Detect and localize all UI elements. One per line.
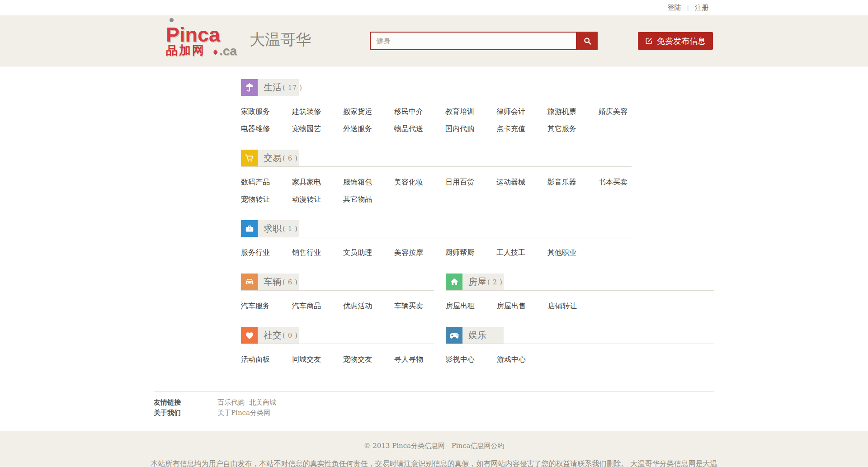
- category-link[interactable]: 活动面板: [241, 351, 292, 368]
- section-title-vehicles[interactable]: 车辆 ( 6 ): [258, 274, 298, 290]
- section-title-social[interactable]: 社交 ( 0 ): [258, 327, 298, 344]
- category-link[interactable]: 宠物交友: [343, 351, 394, 368]
- section-title-jobs[interactable]: 求职 ( 1 ): [258, 220, 298, 237]
- disclaimer-text: 本站所有信息均为用户自由发布，本站不对信息的真实性负任何责任，交易时请注意识别信…: [151, 458, 718, 467]
- about-us-label: 关于我们: [154, 408, 217, 418]
- category-link[interactable]: 影视中心: [446, 351, 497, 368]
- topbar: 登陆 | 注册: [0, 0, 868, 15]
- category-link[interactable]: 美容化妆: [394, 174, 445, 191]
- category-link[interactable]: 教育培训: [445, 103, 496, 120]
- category-link[interactable]: 外送服务: [343, 120, 394, 137]
- site-logo[interactable]: Pinca 品加网 .ca: [166, 25, 237, 56]
- category-link[interactable]: 物品代送: [394, 120, 445, 137]
- umbrella-icon: [241, 79, 258, 96]
- section-social: 社交 ( 0 ) 活动面板同城交友宠物交友寻人寻物: [241, 327, 434, 368]
- row-social-entertainment: 社交 ( 0 ) 活动面板同城交友宠物交友寻人寻物: [241, 327, 714, 380]
- about-us-row: 关于我们 关于Pinca分类网: [154, 408, 714, 418]
- section-count: ( 0 ): [283, 332, 298, 339]
- page: 登陆 | 注册 Pinca 品加网 .ca 大温哥华: [0, 0, 868, 467]
- category-link[interactable]: 美容按摩: [394, 244, 445, 261]
- category-link[interactable]: 搬家货运: [343, 103, 394, 120]
- logo-latin-text: Pinca: [166, 25, 237, 44]
- heart-icon: [241, 327, 258, 344]
- category-link[interactable]: 房屋出售: [497, 297, 548, 315]
- category-link[interactable]: 律师会计: [496, 103, 547, 120]
- home-icon: [446, 274, 462, 290]
- category-link[interactable]: 宠物转让: [241, 191, 292, 208]
- category-link[interactable]: 影音乐器: [547, 174, 599, 191]
- category-link[interactable]: 宠物园艺: [292, 120, 343, 137]
- category-link[interactable]: 书本买卖: [599, 174, 650, 191]
- category-link[interactable]: 车辆买卖: [394, 297, 445, 315]
- category-link[interactable]: 移民中介: [394, 103, 445, 120]
- section-count: ( 6 ): [283, 278, 298, 286]
- friend-links-row: 友情链接 百乐代购北美商城: [154, 397, 714, 408]
- search-input[interactable]: [370, 32, 577, 50]
- about-link[interactable]: 关于Pinca分类网: [217, 408, 270, 418]
- category-link[interactable]: 寻人寻物: [394, 351, 445, 368]
- section-housing: 房屋 ( 2 ) 房屋出租房屋出售店铺转让: [446, 274, 714, 315]
- main-content: 生活 ( 17 ) 家政服务建筑装修搬家货运移民中介教育培训律师会计旅游机票婚庆…: [0, 66, 868, 425]
- friend-link[interactable]: 百乐代购: [217, 397, 245, 408]
- section-trade: 交易 ( 6 ) 数码产品家具家电服饰箱包美容化妆日用百货运动器械影音乐器书本买…: [241, 150, 632, 208]
- category-link[interactable]: 家政服务: [241, 103, 292, 120]
- section-title-trade[interactable]: 交易 ( 6 ): [258, 150, 298, 166]
- category-link[interactable]: 日用百货: [445, 174, 496, 191]
- links-grid-vehicles: 汽车服务汽车商品优惠活动车辆买卖: [241, 291, 434, 315]
- section-title-life[interactable]: 生活 ( 17 ): [258, 79, 302, 96]
- section-title-housing[interactable]: 房屋 ( 2 ): [462, 274, 503, 290]
- section-jobs: 求职 ( 1 ) 服务行业销售行业文员助理美容按摩厨师帮厨工人技工其他职业: [241, 220, 632, 261]
- section-entertainment: 娱乐 影视中心游戏中心: [446, 327, 714, 368]
- category-link[interactable]: 家具家电: [292, 174, 343, 191]
- links-grid-jobs: 服务行业销售行业文员助理美容按摩厨师帮厨工人技工其他职业: [241, 237, 632, 261]
- category-link[interactable]: 婚庆美容: [599, 103, 650, 120]
- category-link[interactable]: 点卡充值: [496, 120, 547, 137]
- edit-icon: [645, 37, 653, 45]
- category-link[interactable]: 服务行业: [241, 244, 292, 261]
- about-us-items: 关于Pinca分类网: [217, 408, 270, 418]
- logo-chinese-text: 品加网: [166, 45, 205, 56]
- category-link[interactable]: 店铺转让: [548, 297, 599, 315]
- category-link[interactable]: 国内代购: [445, 120, 496, 137]
- category-link[interactable]: 其它物品: [343, 191, 394, 208]
- login-link[interactable]: 登陆: [668, 4, 681, 12]
- section-count: ( 1 ): [283, 225, 298, 232]
- register-link[interactable]: 注册: [695, 4, 708, 12]
- category-link[interactable]: 文员助理: [343, 244, 394, 261]
- maple-leaf-icon: [212, 49, 218, 55]
- category-link[interactable]: 数码产品: [241, 174, 292, 191]
- search-button[interactable]: [577, 32, 598, 50]
- category-link[interactable]: 其它服务: [547, 120, 599, 137]
- logo-i-dot: [170, 18, 174, 22]
- category-link[interactable]: 运动器械: [496, 174, 547, 191]
- publish-button[interactable]: 免费发布信息: [638, 32, 713, 50]
- publish-button-label: 免费发布信息: [657, 36, 706, 47]
- friend-links-items: 百乐代购北美商城: [217, 397, 276, 408]
- category-link[interactable]: 电器维修: [241, 120, 292, 137]
- category-link[interactable]: 优惠活动: [343, 297, 394, 315]
- copyright-text: © 2013 Pinca分类信息网 - Pinca信息网公约: [0, 442, 868, 450]
- topbar-separator: |: [687, 5, 689, 11]
- category-link[interactable]: 旅游机票: [547, 103, 599, 120]
- category-link[interactable]: 销售行业: [292, 244, 343, 261]
- section-vehicles: 车辆 ( 6 ) 汽车服务汽车商品优惠活动车辆买卖: [241, 274, 434, 315]
- category-link[interactable]: 房屋出租: [446, 297, 497, 315]
- friend-link[interactable]: 北美商城: [249, 397, 276, 408]
- category-link[interactable]: 游戏中心: [497, 351, 548, 368]
- category-link[interactable]: 厨师帮厨: [445, 244, 496, 261]
- category-link[interactable]: 服饰箱包: [343, 174, 394, 191]
- category-link[interactable]: 建筑装修: [292, 103, 343, 120]
- section-title-entertainment[interactable]: 娱乐: [462, 327, 487, 344]
- category-link[interactable]: 其他职业: [547, 244, 599, 261]
- site-header: Pinca 品加网 .ca 大温哥华: [0, 15, 868, 66]
- section-count: ( 17 ): [283, 84, 302, 91]
- links-grid-trade: 数码产品家具家电服饰箱包美容化妆日用百货运动器械影音乐器书本买卖宠物转让动漫转让…: [241, 167, 632, 208]
- category-link[interactable]: 汽车服务: [241, 297, 292, 315]
- category-link[interactable]: 汽车商品: [292, 297, 343, 315]
- friend-links-label: 友情链接: [154, 397, 217, 408]
- category-link[interactable]: 工人技工: [496, 244, 547, 261]
- friend-links: 友情链接 百乐代购北美商城 关于我们 关于Pinca分类网: [154, 392, 714, 425]
- category-link[interactable]: 同城交友: [292, 351, 343, 368]
- category-link[interactable]: 动漫转让: [292, 191, 343, 208]
- site-footer: © 2013 Pinca分类信息网 - Pinca信息网公约 本站所有信息均为用…: [0, 431, 868, 467]
